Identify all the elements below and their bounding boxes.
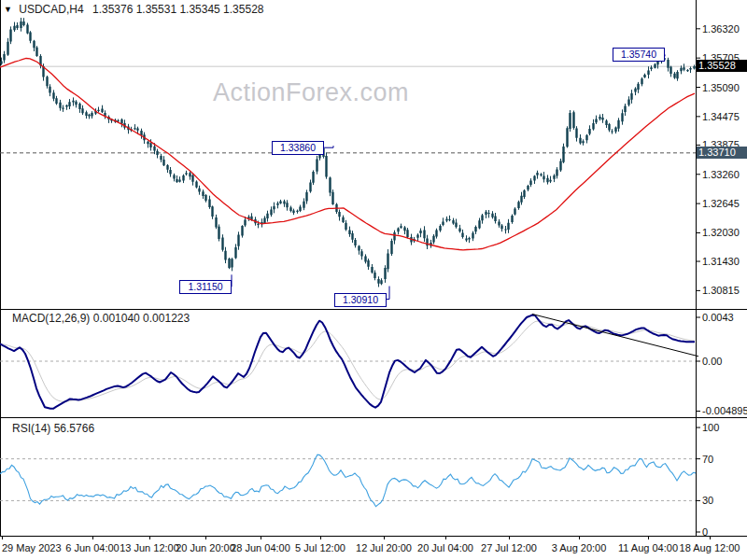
time-axis[interactable] (0, 537, 747, 560)
macd-panel[interactable] (0, 310, 696, 417)
price-panel[interactable] (0, 0, 696, 309)
price-axis[interactable] (697, 0, 747, 536)
chart-window: ActionForex.com 1.357401.338601.311501.3… (0, 0, 747, 560)
rsi-panel[interactable] (0, 418, 696, 536)
